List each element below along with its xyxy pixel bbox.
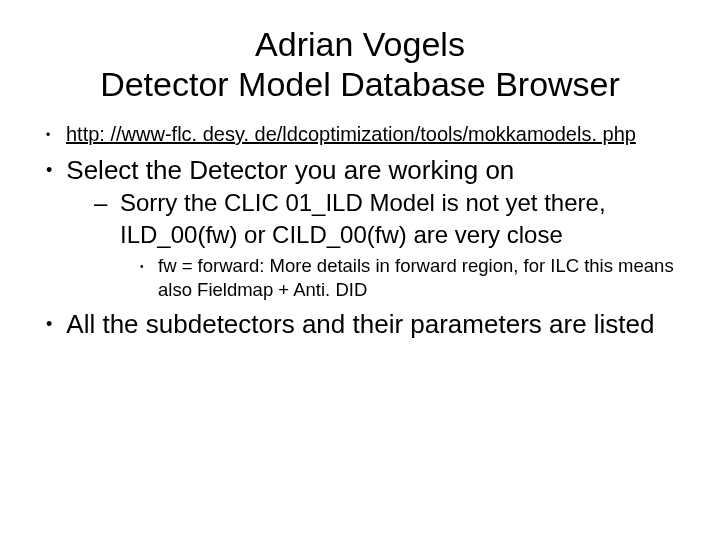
bullet-dot-icon: • bbox=[42, 122, 52, 148]
subbullet-text: Sorry the CLIC 01_ILD Model is not yet t… bbox=[120, 187, 678, 249]
database-link[interactable]: http: //www-flc. desy. de/ldcoptimizatio… bbox=[66, 123, 636, 145]
bullet-list-level-2: – Sorry the CLIC 01_ILD Model is not yet… bbox=[42, 187, 678, 301]
bullet-text: All the subdetectors and their parameter… bbox=[66, 308, 654, 341]
bullet-dot-icon: • bbox=[42, 154, 52, 186]
bullet-list-level-3: • fw = forward: More details in forward … bbox=[94, 254, 678, 302]
bullet-text: Select the Detector you are working on bbox=[66, 154, 514, 187]
slide-title: Adrian Vogels Detector Model Database Br… bbox=[42, 24, 678, 104]
bullet-dot-icon: • bbox=[140, 254, 148, 280]
subsubbullet-text: fw = forward: More details in forward re… bbox=[158, 254, 678, 302]
title-line-1: Adrian Vogels bbox=[255, 25, 465, 63]
dash-icon: – bbox=[94, 187, 110, 219]
title-line-2: Detector Model Database Browser bbox=[100, 65, 620, 103]
link-item: http: //www-flc. desy. de/ldcoptimizatio… bbox=[66, 122, 636, 148]
bullet-list-level-1: • http: //www-flc. desy. de/ldcoptimizat… bbox=[42, 122, 678, 341]
bullet-dot-icon: • bbox=[42, 308, 52, 340]
